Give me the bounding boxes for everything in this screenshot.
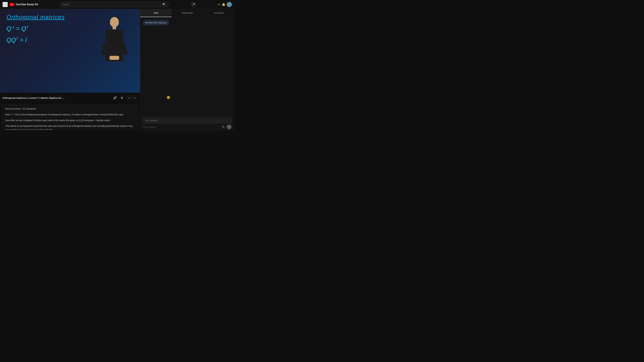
avatar[interactable]	[227, 2, 232, 7]
math-title: Orthogonal matrices	[6, 14, 95, 20]
chevron-down-icon: ∨	[155, 126, 157, 128]
chrome-built-in-label[interactable]: chrome-built-in ∨	[143, 126, 157, 128]
chat-content: Hii How Can I help you	[140, 17, 234, 115]
tab-summary[interactable]: Summary	[203, 9, 234, 17]
translate-icon: A	[218, 3, 219, 6]
math-board: Orthogonal matrices Q-1 = QT QQT = I	[6, 14, 95, 45]
notes-section: Here Q inverse = Q Transpose How ? -> Th…	[2, 104, 138, 130]
video-title: Orthogonal matrices | Lecture 7 | Matrix…	[2, 96, 110, 99]
brand-name: YouTube Study Kit	[16, 3, 38, 6]
presenter-figure	[95, 17, 134, 72]
notes-text: Here Q inverse = Q Transpose How ? -> Th…	[5, 107, 135, 130]
right-panel: Chat Flashcards Summary Hii How Can I he…	[140, 9, 234, 131]
chat-input-area: chrome-built-in ∨ 📎 ↑	[140, 115, 234, 131]
avatar-image	[227, 2, 232, 7]
brand-logo: YouTube Study Kit	[10, 3, 38, 6]
notifications-button[interactable]: 🔔	[222, 3, 226, 6]
search-button[interactable]: 🔍	[162, 2, 166, 6]
search-input[interactable]	[62, 3, 162, 6]
microphone-button[interactable]: 🎤	[190, 1, 196, 7]
delete-button[interactable]: 🗑	[120, 95, 124, 100]
math-line-2: QQT = I	[6, 35, 95, 45]
send-button[interactable]: ↑	[227, 124, 232, 129]
chat-text-input[interactable]	[145, 119, 230, 122]
chrome-label-text: chrome-built-in	[143, 126, 155, 128]
video-actions: 🔗 🗑 ⊙ ⊙	[112, 95, 138, 100]
attach-button[interactable]: 📎	[221, 125, 226, 129]
search-bar: 🔍	[60, 1, 169, 7]
tab-flashcards[interactable]: Flashcards	[172, 9, 203, 17]
video-section: Orthogonal matrices Q-1 = QT QQT = I	[0, 9, 140, 131]
video-title-bar: Orthogonal matrices | Lecture 7 | Matrix…	[2, 94, 138, 102]
math-formula: Q-1 = QT QQT = I	[6, 24, 95, 45]
main-layout: Orthogonal matrices Q-1 = QT QQT = I	[0, 9, 234, 131]
video-content: Orthogonal matrices Q-1 = QT QQT = I	[0, 9, 140, 93]
video-player[interactable]: Orthogonal matrices Q-1 = QT QQT = I	[0, 9, 140, 93]
hamburger-menu-button[interactable]	[2, 2, 8, 7]
next-arrow-button[interactable]: ⊙	[132, 95, 138, 100]
math-line-1: Q-1 = QT	[6, 24, 95, 34]
translate-button[interactable]: A ▾	[218, 3, 220, 6]
note-line-3: Now After he has multiplied Q before eac…	[5, 119, 135, 122]
prev-arrow-button[interactable]: ⊙	[126, 95, 132, 100]
cursor-indicator	[167, 96, 170, 99]
tab-chat[interactable]: Chat	[140, 9, 172, 17]
link-button[interactable]: 🔗	[112, 95, 118, 100]
youtube-logo-icon	[10, 3, 14, 6]
note-line-4: This derive us an important result that …	[5, 124, 135, 130]
note-line-1: Here Q inverse = Q Transpose	[5, 107, 135, 111]
nav-actions: A ▾ 🔔	[218, 2, 232, 7]
chat-bubble: Hii How Can I help you	[143, 20, 169, 25]
input-bottom-bar: chrome-built-in ∨ 📎 ↑	[143, 124, 232, 129]
chat-input-wrapper	[143, 118, 232, 124]
top-navigation: YouTube Study Kit 🔍 🎤 A ▾ 🔔	[0, 0, 234, 9]
input-icons: 📎 ↑	[221, 124, 232, 129]
video-bottom-bar: Orthogonal matrices | Lecture 7 | Matrix…	[0, 93, 140, 103]
nav-arrows: ⊙ ⊙	[126, 95, 138, 100]
panel-tabs: Chat Flashcards Summary	[140, 9, 234, 17]
note-line-2: How ? -> This is the fundamental propert…	[5, 113, 135, 117]
